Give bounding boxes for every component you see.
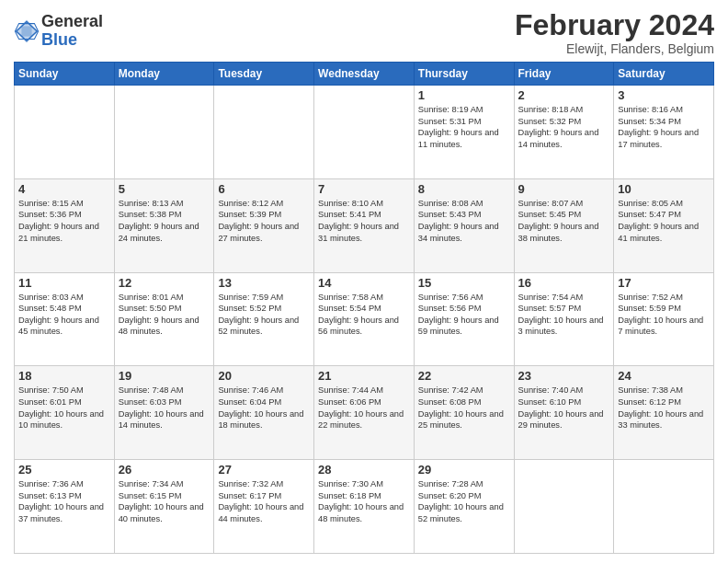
day-info: Sunrise: 7:58 AM Sunset: 5:54 PM Dayligh… <box>318 292 410 338</box>
day-info: Sunrise: 8:16 AM Sunset: 5:34 PM Dayligh… <box>618 104 710 150</box>
day-cell-w3-d2: 12Sunrise: 8:01 AM Sunset: 5:50 PM Dayli… <box>114 272 214 366</box>
day-cell-w5-d7 <box>614 460 714 554</box>
day-number: 25 <box>18 463 110 477</box>
day-number: 21 <box>318 369 410 383</box>
week-row-3: 11Sunrise: 8:03 AM Sunset: 5:48 PM Dayli… <box>15 272 714 366</box>
day-cell-w5-d2: 26Sunrise: 7:34 AM Sunset: 6:15 PM Dayli… <box>114 460 214 554</box>
day-info: Sunrise: 8:15 AM Sunset: 5:36 PM Dayligh… <box>18 198 110 244</box>
day-number: 23 <box>518 369 610 383</box>
day-cell-w1-d4 <box>314 86 415 179</box>
day-info: Sunrise: 7:52 AM Sunset: 5:59 PM Dayligh… <box>618 292 710 338</box>
day-cell-w3-d5: 15Sunrise: 7:56 AM Sunset: 5:56 PM Dayli… <box>414 272 514 366</box>
day-info: Sunrise: 7:32 AM Sunset: 6:17 PM Dayligh… <box>218 478 310 524</box>
day-info: Sunrise: 7:28 AM Sunset: 6:20 PM Dayligh… <box>418 478 510 524</box>
day-cell-w3-d6: 16Sunrise: 7:54 AM Sunset: 5:57 PM Dayli… <box>514 272 614 366</box>
day-info: Sunrise: 8:12 AM Sunset: 5:39 PM Dayligh… <box>218 198 310 244</box>
day-cell-w3-d1: 11Sunrise: 8:03 AM Sunset: 5:48 PM Dayli… <box>15 272 115 366</box>
main-title: February 2024 <box>515 9 714 41</box>
day-number: 18 <box>18 369 110 383</box>
day-number: 13 <box>218 276 310 290</box>
day-info: Sunrise: 7:56 AM Sunset: 5:56 PM Dayligh… <box>418 292 510 338</box>
day-cell-w5-d1: 25Sunrise: 7:36 AM Sunset: 6:13 PM Dayli… <box>15 460 115 554</box>
col-sunday: Sunday <box>15 63 115 86</box>
day-info: Sunrise: 8:10 AM Sunset: 5:41 PM Dayligh… <box>318 198 410 244</box>
day-info: Sunrise: 8:05 AM Sunset: 5:47 PM Dayligh… <box>618 198 710 244</box>
col-thursday: Thursday <box>414 63 514 86</box>
day-cell-w1-d3 <box>214 86 314 179</box>
day-cell-w3-d3: 13Sunrise: 7:59 AM Sunset: 5:52 PM Dayli… <box>214 272 314 366</box>
day-cell-w1-d7: 3Sunrise: 8:16 AM Sunset: 5:34 PM Daylig… <box>614 86 714 179</box>
day-cell-w2-d3: 6Sunrise: 8:12 AM Sunset: 5:39 PM Daylig… <box>214 178 314 272</box>
day-info: Sunrise: 7:46 AM Sunset: 6:04 PM Dayligh… <box>218 385 310 431</box>
day-cell-w5-d6 <box>514 460 614 554</box>
calendar-body: 1Sunrise: 8:19 AM Sunset: 5:31 PM Daylig… <box>15 86 714 554</box>
day-cell-w5-d3: 27Sunrise: 7:32 AM Sunset: 6:17 PM Dayli… <box>214 460 314 554</box>
day-info: Sunrise: 8:03 AM Sunset: 5:48 PM Dayligh… <box>18 292 110 338</box>
day-info: Sunrise: 7:44 AM Sunset: 6:06 PM Dayligh… <box>318 385 410 431</box>
week-row-5: 25Sunrise: 7:36 AM Sunset: 6:13 PM Dayli… <box>15 460 714 554</box>
day-number: 8 <box>418 182 510 196</box>
day-cell-w4-d6: 23Sunrise: 7:40 AM Sunset: 6:10 PM Dayli… <box>514 366 614 460</box>
day-cell-w2-d5: 8Sunrise: 8:08 AM Sunset: 5:43 PM Daylig… <box>414 178 514 272</box>
day-info: Sunrise: 7:40 AM Sunset: 6:10 PM Dayligh… <box>518 385 610 431</box>
day-number: 9 <box>518 182 610 196</box>
col-tuesday: Tuesday <box>214 63 314 86</box>
day-number: 2 <box>518 88 610 102</box>
day-info: Sunrise: 7:54 AM Sunset: 5:57 PM Dayligh… <box>518 292 610 338</box>
day-cell-w4-d1: 18Sunrise: 7:50 AM Sunset: 6:01 PM Dayli… <box>15 366 115 460</box>
day-info: Sunrise: 8:07 AM Sunset: 5:45 PM Dayligh… <box>518 198 610 244</box>
page: General Blue February 2024 Elewijt, Flan… <box>0 0 728 563</box>
day-info: Sunrise: 7:42 AM Sunset: 6:08 PM Dayligh… <box>418 385 510 431</box>
col-wednesday: Wednesday <box>314 63 415 86</box>
day-cell-w1-d5: 1Sunrise: 8:19 AM Sunset: 5:31 PM Daylig… <box>414 86 514 179</box>
day-cell-w3-d4: 14Sunrise: 7:58 AM Sunset: 5:54 PM Dayli… <box>314 272 415 366</box>
logo-text: General Blue <box>41 13 103 50</box>
day-cell-w4-d2: 19Sunrise: 7:48 AM Sunset: 6:03 PM Dayli… <box>114 366 214 460</box>
day-cell-w3-d7: 17Sunrise: 7:52 AM Sunset: 5:59 PM Dayli… <box>614 272 714 366</box>
day-number: 5 <box>119 182 210 196</box>
day-info: Sunrise: 8:19 AM Sunset: 5:31 PM Dayligh… <box>418 104 510 150</box>
day-info: Sunrise: 8:13 AM Sunset: 5:38 PM Dayligh… <box>119 198 210 244</box>
day-cell-w2-d6: 9Sunrise: 8:07 AM Sunset: 5:45 PM Daylig… <box>514 178 614 272</box>
day-info: Sunrise: 7:30 AM Sunset: 6:18 PM Dayligh… <box>318 478 410 524</box>
day-number: 20 <box>218 369 310 383</box>
day-info: Sunrise: 8:08 AM Sunset: 5:43 PM Dayligh… <box>418 198 510 244</box>
day-number: 11 <box>18 276 110 290</box>
day-info: Sunrise: 8:01 AM Sunset: 5:50 PM Dayligh… <box>119 292 210 338</box>
day-number: 28 <box>318 463 410 477</box>
day-number: 15 <box>418 276 510 290</box>
day-cell-w5-d4: 28Sunrise: 7:30 AM Sunset: 6:18 PM Dayli… <box>314 460 415 554</box>
day-number: 1 <box>418 88 510 102</box>
calendar-header: Sunday Monday Tuesday Wednesday Thursday… <box>15 63 714 86</box>
day-number: 27 <box>218 463 310 477</box>
day-number: 4 <box>18 182 110 196</box>
day-number: 24 <box>618 369 710 383</box>
day-number: 3 <box>618 88 710 102</box>
day-number: 22 <box>418 369 510 383</box>
day-cell-w4-d5: 22Sunrise: 7:42 AM Sunset: 6:08 PM Dayli… <box>414 366 514 460</box>
logo-blue-text: Blue <box>41 31 103 50</box>
week-row-4: 18Sunrise: 7:50 AM Sunset: 6:01 PM Dayli… <box>15 366 714 460</box>
day-info: Sunrise: 7:36 AM Sunset: 6:13 PM Dayligh… <box>18 478 110 524</box>
day-number: 14 <box>318 276 410 290</box>
day-number: 7 <box>318 182 410 196</box>
col-monday: Monday <box>114 63 214 86</box>
day-number: 26 <box>119 463 210 477</box>
day-number: 16 <box>518 276 610 290</box>
logo-icon <box>14 18 40 44</box>
logo: General Blue <box>14 13 103 50</box>
day-cell-w4-d4: 21Sunrise: 7:44 AM Sunset: 6:06 PM Dayli… <box>314 366 415 460</box>
day-cell-w2-d4: 7Sunrise: 8:10 AM Sunset: 5:41 PM Daylig… <box>314 178 415 272</box>
day-cell-w2-d7: 10Sunrise: 8:05 AM Sunset: 5:47 PM Dayli… <box>614 178 714 272</box>
day-cell-w1-d1 <box>15 86 115 179</box>
logo-general-text: General <box>41 13 103 31</box>
title-block: February 2024 Elewijt, Flanders, Belgium <box>515 9 714 56</box>
day-info: Sunrise: 7:48 AM Sunset: 6:03 PM Dayligh… <box>119 385 210 431</box>
day-cell-w4-d3: 20Sunrise: 7:46 AM Sunset: 6:04 PM Dayli… <box>214 366 314 460</box>
day-number: 12 <box>119 276 210 290</box>
day-info: Sunrise: 7:38 AM Sunset: 6:12 PM Dayligh… <box>618 385 710 431</box>
header-row: Sunday Monday Tuesday Wednesday Thursday… <box>15 63 714 86</box>
day-number: 10 <box>618 182 710 196</box>
day-cell-w2-d2: 5Sunrise: 8:13 AM Sunset: 5:38 PM Daylig… <box>114 178 214 272</box>
day-info: Sunrise: 7:34 AM Sunset: 6:15 PM Dayligh… <box>119 478 210 524</box>
